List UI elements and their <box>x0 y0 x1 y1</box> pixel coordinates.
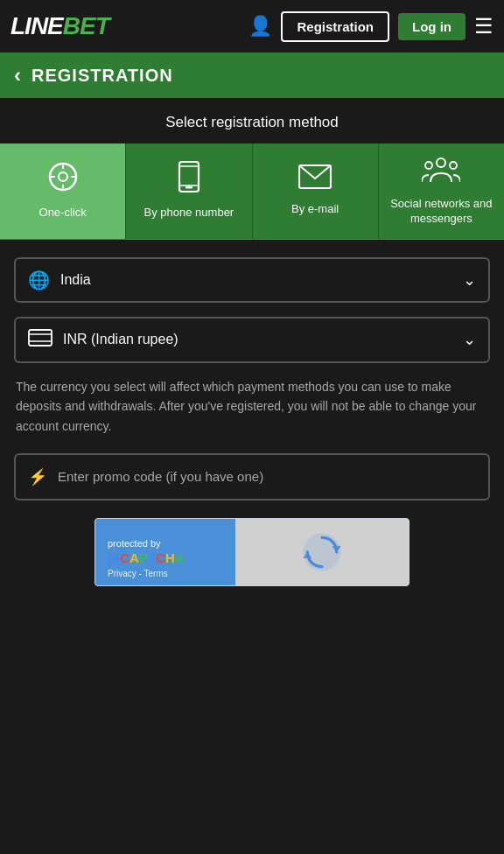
recaptcha-container: protected by reCAPTCHA Privacy - Terms <box>14 518 490 586</box>
logo-line: LINE <box>10 12 63 39</box>
main-content: Select registration method One-click <box>0 98 504 586</box>
tab-phone-label: By phone number <box>144 206 234 220</box>
one-click-icon <box>47 161 79 199</box>
currency-select[interactable]: INR (Indian rupee) ⌄ <box>14 317 490 363</box>
currency-chevron-icon: ⌄ <box>463 330 476 349</box>
header: LINEBET 👤 Registration Log in ☰ <box>0 0 504 52</box>
promo-code-field[interactable]: ⚡ Enter promo code (if you have one) <box>14 453 490 500</box>
logo: LINEBET <box>10 12 109 40</box>
tab-social[interactable]: Social networks and messengers <box>379 144 504 239</box>
tab-social-label: Social networks and messengers <box>384 197 499 227</box>
tab-email[interactable]: By e-mail <box>253 144 379 239</box>
tab-one-click-label: One-click <box>39 206 87 220</box>
tab-phone[interactable]: By phone number <box>126 144 252 239</box>
registration-header: ‹ REGISTRATION <box>0 52 504 98</box>
tab-email-label: By e-mail <box>291 202 339 217</box>
svg-point-1 <box>59 172 67 181</box>
country-value: India <box>60 272 463 288</box>
back-button[interactable]: ‹ <box>14 63 21 88</box>
user-icon[interactable]: 👤 <box>248 15 272 38</box>
hamburger-icon[interactable]: ☰ <box>474 14 494 38</box>
country-select[interactable]: 🌐 India ⌄ <box>14 257 490 303</box>
recaptcha-logo-icon <box>300 530 344 574</box>
currency-info-text: The currency you select will affect whic… <box>14 377 490 436</box>
recaptcha-box[interactable]: protected by reCAPTCHA Privacy - Terms <box>94 518 410 586</box>
svg-rect-14 <box>29 330 52 346</box>
flash-icon: ⚡ <box>28 467 47 486</box>
globe-icon: 🌐 <box>28 270 50 290</box>
recaptcha-brand: reCAPTCHA <box>108 550 223 565</box>
svg-point-11 <box>437 158 445 167</box>
recaptcha-protected-by: protected by <box>108 538 223 549</box>
logo-bet: BET <box>63 12 109 39</box>
login-button[interactable]: Log in <box>398 13 466 40</box>
svg-rect-7 <box>186 186 192 189</box>
promo-placeholder: Enter promo code (if you have one) <box>58 469 263 484</box>
phone-icon <box>178 161 200 199</box>
tab-one-click[interactable]: One-click <box>0 144 126 239</box>
email-icon <box>298 164 332 195</box>
header-right: 👤 Registration Log in ☰ <box>248 11 494 42</box>
recaptcha-left: protected by reCAPTCHA Privacy - Terms <box>95 519 235 585</box>
social-icon <box>422 156 460 190</box>
svg-point-12 <box>425 162 432 169</box>
svg-point-13 <box>450 162 457 169</box>
country-chevron-icon: ⌄ <box>463 270 476 290</box>
form-area: 🌐 India ⌄ INR (Indian rupee) ⌄ The curre… <box>0 240 504 586</box>
recaptcha-right <box>235 519 409 585</box>
registration-tabs: One-click By phone number By <box>0 144 504 240</box>
currency-value: INR (Indian rupee) <box>63 332 463 347</box>
recaptcha-privacy-terms: Privacy - Terms <box>108 569 223 578</box>
registration-title: REGISTRATION <box>32 66 173 86</box>
registration-button[interactable]: Registration <box>281 11 389 42</box>
currency-icon <box>28 329 52 351</box>
select-method-label: Select registration method <box>0 98 504 144</box>
